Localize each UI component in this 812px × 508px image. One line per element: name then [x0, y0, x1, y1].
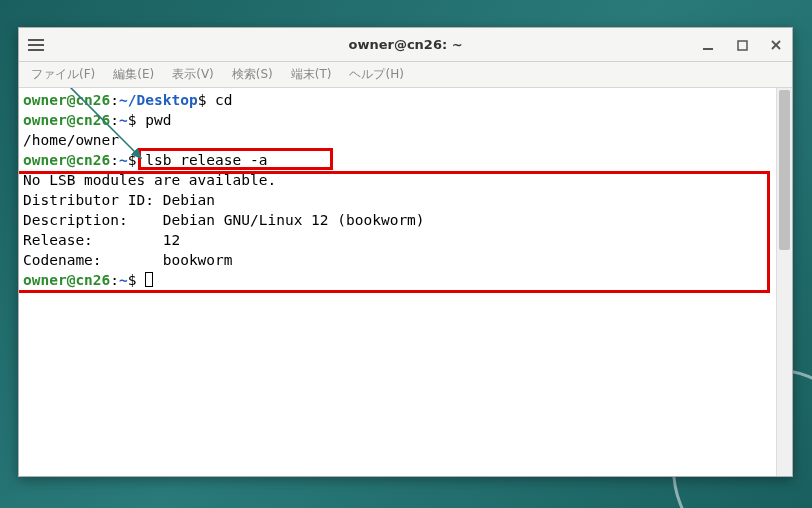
prompt-path-home: ~: [119, 112, 128, 128]
out-code-k: Codename:: [23, 252, 102, 268]
window-title: owner@cn26: ~: [19, 37, 792, 52]
cmd-cd: cd: [206, 92, 232, 108]
out-rel-k: Release:: [23, 232, 93, 248]
minimize-icon: [702, 39, 714, 51]
window-titlebar[interactable]: owner@cn26: ~: [19, 28, 792, 62]
minimize-button[interactable]: [698, 35, 718, 55]
maximize-icon: [737, 40, 748, 51]
prompt-userhost: owner@cn26: [23, 112, 110, 128]
prompt-userhost: owner@cn26: [23, 272, 110, 288]
prompt-dollar: $: [128, 152, 137, 168]
prompt-sep: :: [110, 272, 119, 288]
close-button[interactable]: [766, 35, 786, 55]
menu-edit[interactable]: 編集(E): [105, 63, 162, 86]
maximize-button[interactable]: [732, 35, 752, 55]
prompt-path-desktop: ~/Desktop: [119, 92, 198, 108]
menu-help[interactable]: ヘルプ(H): [341, 63, 411, 86]
prompt-sep: :: [110, 152, 119, 168]
out-pwd: /home/owner: [23, 132, 119, 148]
menu-view[interactable]: 表示(V): [164, 63, 222, 86]
menubar: ファイル(F) 編集(E) 表示(V) 検索(S) 端末(T) ヘルプ(H): [19, 62, 792, 88]
out-desc-v: Debian GNU/Linux 12 (bookworm): [163, 212, 425, 228]
prompt-path-home: ~: [119, 272, 128, 288]
out-rel-v: 12: [163, 232, 180, 248]
close-icon: [770, 39, 782, 51]
cmd-lsb: lsb_release -a: [137, 152, 268, 168]
terminal-output[interactable]: owner@cn26:~/Desktop$ cd owner@cn26:~$ p…: [19, 88, 776, 476]
scrollbar-thumb[interactable]: [779, 90, 790, 250]
pad: [128, 212, 163, 228]
menu-file[interactable]: ファイル(F): [23, 63, 103, 86]
prompt-dollar: $: [128, 272, 137, 288]
window-controls: [698, 28, 786, 62]
out-desc-k: Description:: [23, 212, 128, 228]
out-dist-k: Distributor ID:: [23, 192, 154, 208]
prompt-path-home: ~: [119, 152, 128, 168]
out-no-lsb: No LSB modules are available.: [23, 172, 276, 188]
hamburger-menu-button[interactable]: [19, 28, 53, 62]
svg-rect-1: [738, 41, 747, 50]
menu-term[interactable]: 端末(T): [283, 63, 340, 86]
pad: [102, 252, 163, 268]
prompt-sep: :: [110, 112, 119, 128]
out-code-v: bookworm: [163, 252, 233, 268]
prompt-userhost: owner@cn26: [23, 92, 110, 108]
terminal-area: owner@cn26:~/Desktop$ cd owner@cn26:~$ p…: [19, 88, 792, 476]
pad: [154, 192, 163, 208]
prompt-sep: :: [110, 92, 119, 108]
terminal-window: owner@cn26: ~ ファイル(F) 編集(E) 表示(V) 検索(S) …: [18, 27, 793, 477]
menu-search[interactable]: 検索(S): [224, 63, 281, 86]
prompt-dollar: $: [128, 112, 137, 128]
vertical-scrollbar[interactable]: [776, 88, 792, 476]
pad: [93, 232, 163, 248]
cursor-icon: [145, 272, 153, 287]
out-dist-v: Debian: [163, 192, 215, 208]
prompt-userhost: owner@cn26: [23, 152, 110, 168]
cmd-pwd: pwd: [137, 112, 172, 128]
